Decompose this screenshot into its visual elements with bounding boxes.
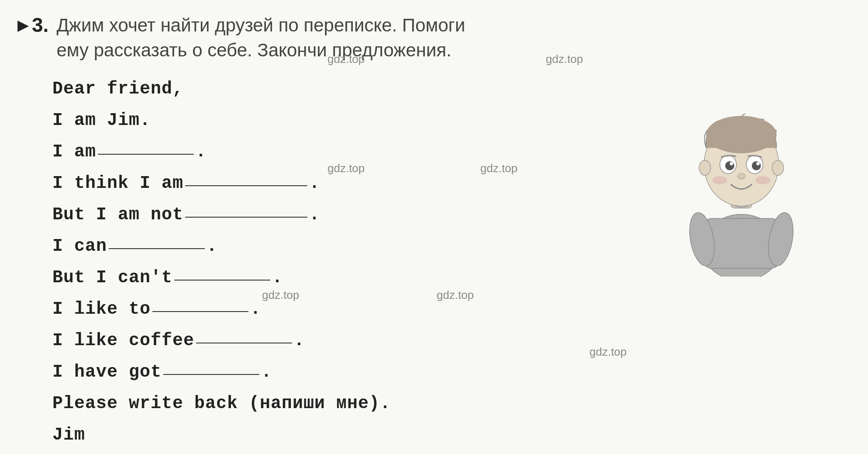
- period-line8: .: [294, 327, 304, 354]
- line4-prefix: But I am not: [52, 201, 183, 229]
- letter-line1: I am Jim.: [52, 107, 667, 134]
- period-line4: .: [309, 201, 320, 229]
- svg-point-8: [772, 160, 784, 175]
- svg-point-11: [730, 162, 733, 166]
- task-instruction-line2: ему рассказать о себе. Закончи предложен…: [56, 38, 465, 63]
- task-instruction-line1: Джим хочет найти друзей по переписке. По…: [56, 13, 465, 38]
- letter-signature: Jim: [52, 422, 667, 449]
- letter-line8: I like coffee .: [52, 327, 667, 354]
- boy-illustration: [667, 111, 816, 277]
- signature-text: Jim: [52, 422, 85, 449]
- line2-prefix: I am: [52, 139, 96, 166]
- line5-prefix: I can: [52, 233, 107, 260]
- line9-prefix: I have got: [52, 359, 162, 386]
- letter-line5: I can .: [52, 233, 667, 260]
- period-line9: .: [261, 359, 272, 386]
- period-line7: .: [250, 296, 261, 323]
- blank-line4[interactable]: [185, 217, 307, 218]
- letter-line3: I think I am .: [52, 170, 667, 197]
- line1-text: I am Jim.: [52, 107, 151, 134]
- blank-line8[interactable]: [196, 343, 292, 343]
- svg-rect-2: [703, 218, 780, 268]
- svg-point-7: [699, 160, 711, 175]
- period-line6: .: [272, 264, 282, 291]
- letter-line7: I like to .: [52, 296, 667, 323]
- letter-line9: I have got .: [52, 359, 667, 386]
- page: gdz.top gdz.top gdz.top gdz.top gdz.top …: [0, 0, 868, 454]
- svg-point-13: [752, 161, 761, 170]
- blank-line2[interactable]: [98, 154, 194, 155]
- task-instruction: Джим хочет найти друзей по переписке. По…: [56, 13, 465, 62]
- period-line5: .: [207, 233, 217, 260]
- line8-prefix: I like coffee: [52, 327, 194, 354]
- task-number: 3.: [32, 13, 48, 37]
- letter-line2: I am .: [52, 139, 667, 166]
- letter-area: Dear friend, I am Jim. I am . I think I …: [17, 76, 667, 453]
- letter-line4: But I am not .: [52, 201, 667, 229]
- line6-prefix: But I can't: [52, 264, 172, 291]
- blank-line3[interactable]: [185, 185, 307, 186]
- line3-prefix: I think I am: [52, 170, 183, 197]
- period-line3: .: [309, 170, 320, 197]
- line10-text: Please write back (напиши мне).: [52, 390, 391, 417]
- task-header: ▸ 3. Джим хочет найти друзей по переписк…: [17, 13, 842, 62]
- blank-line9[interactable]: [163, 374, 259, 375]
- blank-line5[interactable]: [109, 248, 205, 249]
- letter-line10: Please write back (напиши мне).: [52, 390, 667, 417]
- letter-line6: But I can't .: [52, 264, 667, 291]
- period-line2: .: [196, 139, 206, 166]
- svg-point-6: [706, 116, 777, 154]
- svg-point-16: [713, 176, 727, 184]
- letter-greeting: Dear friend,: [52, 76, 667, 103]
- content-area: Dear friend, I am Jim. I am . I think I …: [17, 76, 842, 453]
- line7-prefix: I like to: [52, 296, 151, 323]
- blank-line6[interactable]: [174, 280, 270, 281]
- svg-point-14: [756, 162, 760, 166]
- svg-point-17: [755, 176, 770, 184]
- boy-svg: [667, 111, 816, 277]
- task-bullet: ▸: [17, 13, 28, 37]
- svg-point-10: [725, 161, 734, 170]
- blank-line7[interactable]: [152, 311, 248, 312]
- greeting-text: Dear friend,: [52, 76, 183, 103]
